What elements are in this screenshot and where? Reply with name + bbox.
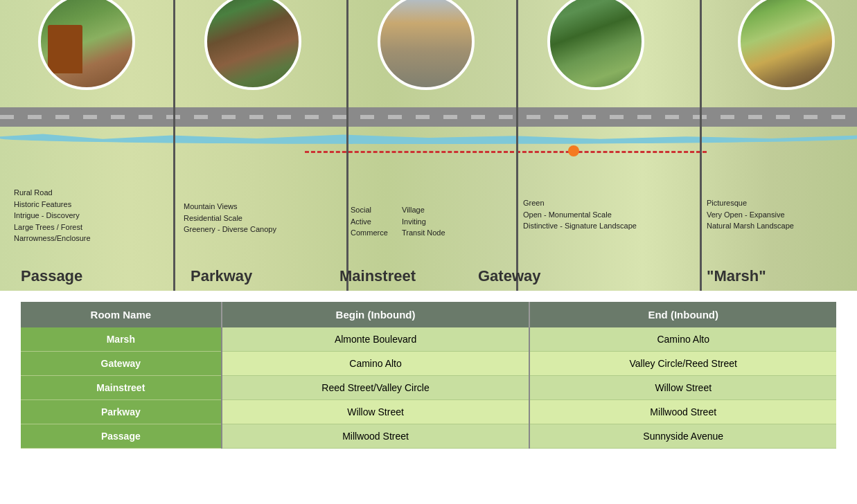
cell-room-name: Parkway	[21, 400, 222, 424]
label-mainstreet: Mainstreet	[339, 267, 416, 285]
table-row: Passage Millwood Street Sunnyside Avenue	[21, 424, 836, 449]
segment-divider-4	[700, 0, 702, 291]
cell-room-name: Passage	[21, 424, 222, 449]
cell-begin: Willow Street	[222, 400, 530, 424]
cell-room-name: Mainstreet	[21, 376, 222, 400]
cell-begin: Reed Street/Valley Circle	[222, 376, 530, 400]
col-header-begin: Begin (Inbound)	[222, 302, 530, 327]
label-marsh: "Marsh"	[707, 267, 766, 285]
desc-parkway: Mountain ViewsResidential ScaleGreenery …	[184, 201, 276, 235]
desc-marsh: PicturesqueVery Open - ExpansiveNatural …	[707, 197, 794, 232]
location-marker	[568, 145, 579, 156]
table-header-row: Room Name Begin (Inbound) End (Inbound)	[21, 302, 836, 327]
col-header-end: End (Inbound)	[529, 302, 836, 327]
label-parkway: Parkway	[191, 267, 252, 285]
rooms-table: Room Name Begin (Inbound) End (Inbound) …	[21, 302, 836, 449]
label-gateway: Gateway	[478, 267, 541, 285]
cell-end: Camino Alto	[529, 327, 836, 352]
cell-end: Sunnyside Avenue	[529, 424, 836, 449]
table-row: Mainstreet Reed Street/Valley Circle Wil…	[21, 376, 836, 400]
cell-room-name: Marsh	[21, 327, 222, 352]
table-row: Parkway Willow Street Millwood Street	[21, 400, 836, 424]
segment-divider-1	[173, 0, 175, 291]
desc-mainstreet-right: VillageInvitingTransit Node	[402, 204, 445, 239]
table-row: Marsh Almonte Boulevard Camino Alto	[21, 327, 836, 352]
cell-begin: Almonte Boulevard	[222, 327, 530, 352]
col-header-room: Room Name	[21, 302, 222, 327]
segment-divider-3	[516, 0, 518, 291]
cell-begin: Camino Alto	[222, 352, 530, 376]
desc-mainstreet-left: SocialActiveCommerce	[351, 204, 388, 239]
cell-end: Millwood Street	[529, 400, 836, 424]
desc-passage: Rural RoadHistoric FeaturesIntrigue - Di…	[14, 187, 91, 244]
table-section: Room Name Begin (Inbound) End (Inbound) …	[0, 291, 857, 460]
cell-room-name: Gateway	[21, 352, 222, 376]
cell-end: Willow Street	[529, 376, 836, 400]
cell-end: Valley Circle/Reed Street	[529, 352, 836, 376]
map-section: Rural RoadHistoric FeaturesIntrigue - Di…	[0, 0, 857, 291]
desc-gateway: GreenOpen - Monumental ScaleDistinctive …	[523, 197, 637, 232]
segment-divider-2	[346, 0, 348, 291]
label-passage: Passage	[21, 267, 82, 285]
table-row: Gateway Camino Alto Valley Circle/Reed S…	[21, 352, 836, 376]
road-strip	[0, 107, 857, 127]
route-line	[305, 151, 707, 153]
cell-begin: Millwood Street	[222, 424, 530, 449]
